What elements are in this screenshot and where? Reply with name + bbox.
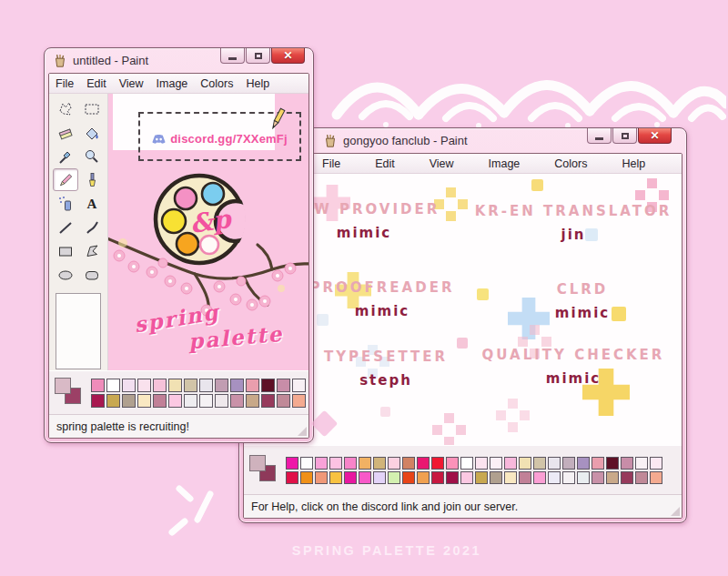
tool-select[interactable] xyxy=(79,97,105,120)
drawing-canvas[interactable]: &p discord.gg/7XXemFj xyxy=(108,94,308,370)
color-swatch[interactable] xyxy=(562,471,575,484)
tool-line[interactable] xyxy=(53,216,78,238)
color-swatch[interactable] xyxy=(417,471,430,484)
color-swatch[interactable] xyxy=(106,394,120,408)
tool-pencil[interactable] xyxy=(53,168,78,191)
color-swatch[interactable] xyxy=(475,457,488,470)
color-swatch[interactable] xyxy=(431,457,444,470)
color-swatch[interactable] xyxy=(504,457,517,470)
color-swatch[interactable] xyxy=(215,379,228,392)
color-swatch[interactable] xyxy=(344,457,357,470)
color-swatch[interactable] xyxy=(621,471,633,484)
color-swatch[interactable] xyxy=(199,379,213,392)
menu-help[interactable]: Help xyxy=(620,156,647,172)
color-indicator[interactable] xyxy=(248,453,280,488)
color-swatch[interactable] xyxy=(402,457,415,470)
color-swatch[interactable] xyxy=(548,471,561,484)
color-swatch[interactable] xyxy=(548,457,561,470)
color-swatch[interactable] xyxy=(373,457,386,470)
color-swatch[interactable] xyxy=(168,379,182,392)
color-swatch[interactable] xyxy=(137,394,151,408)
color-swatch[interactable] xyxy=(519,471,531,484)
menu-file[interactable]: File xyxy=(49,76,80,92)
color-swatch[interactable] xyxy=(635,471,648,484)
color-swatch[interactable] xyxy=(577,471,590,484)
color-swatch[interactable] xyxy=(490,471,502,484)
maximize-button[interactable] xyxy=(612,128,637,144)
close-button[interactable]: ✕ xyxy=(638,128,672,144)
color-swatch[interactable] xyxy=(122,394,136,408)
menu-view[interactable]: View xyxy=(428,156,456,172)
tool-text[interactable]: A xyxy=(79,192,105,215)
color-indicator[interactable] xyxy=(53,376,86,410)
menu-image[interactable]: Image xyxy=(150,76,195,92)
close-button[interactable]: ✕ xyxy=(271,48,305,64)
color-swatch[interactable] xyxy=(277,394,290,408)
resize-grip[interactable] xyxy=(298,427,307,436)
tool-polygon[interactable] xyxy=(79,239,105,262)
color-swatch[interactable] xyxy=(246,379,259,392)
tool-free-form-select[interactable] xyxy=(53,97,78,120)
color-swatch[interactable] xyxy=(199,394,213,408)
color-swatch[interactable] xyxy=(431,471,444,484)
menu-file[interactable]: File xyxy=(320,156,342,172)
color-swatch[interactable] xyxy=(446,471,459,484)
color-swatch[interactable] xyxy=(446,457,459,470)
tool-pick-color[interactable] xyxy=(53,145,78,167)
resize-grip[interactable] xyxy=(671,507,680,516)
title-bar[interactable]: untitled - Paint ✕ xyxy=(48,48,309,73)
color-swatch[interactable] xyxy=(460,457,473,470)
color-swatch[interactable] xyxy=(388,471,400,484)
tool-curve[interactable] xyxy=(79,216,105,238)
color-swatch[interactable] xyxy=(168,394,182,408)
tool-fill-with-color[interactable] xyxy=(79,121,105,144)
color-swatch[interactable] xyxy=(577,457,590,470)
color-swatch[interactable] xyxy=(300,471,313,484)
color-swatch[interactable] xyxy=(344,471,357,484)
color-swatch[interactable] xyxy=(606,457,619,470)
color-swatch[interactable] xyxy=(277,379,290,392)
color-swatch[interactable] xyxy=(286,471,298,484)
color-swatch[interactable] xyxy=(292,394,306,408)
minimize-button[interactable] xyxy=(220,48,245,64)
tool-rounded-rectangle[interactable] xyxy=(79,263,105,286)
color-swatch[interactable] xyxy=(315,471,328,484)
tool-options-box[interactable] xyxy=(56,293,101,369)
color-swatch[interactable] xyxy=(635,457,648,470)
menu-image[interactable]: Image xyxy=(487,156,522,172)
color-swatch[interactable] xyxy=(106,379,120,392)
color-swatch[interactable] xyxy=(650,471,662,484)
tool-airbrush[interactable] xyxy=(53,192,78,215)
color-swatch[interactable] xyxy=(359,471,371,484)
color-swatch[interactable] xyxy=(153,394,167,408)
color-swatch[interactable] xyxy=(650,457,662,470)
color-swatch[interactable] xyxy=(533,457,546,470)
color-swatch[interactable] xyxy=(184,394,197,408)
discord-link[interactable]: discord.gg/7XXemFj xyxy=(170,132,288,146)
color-swatch[interactable] xyxy=(402,471,415,484)
maximize-button[interactable] xyxy=(246,48,270,64)
color-swatch[interactable] xyxy=(215,394,228,408)
tool-ellipse[interactable] xyxy=(53,263,78,286)
color-swatch[interactable] xyxy=(329,471,342,484)
menu-view[interactable]: View xyxy=(113,76,150,92)
color-swatch[interactable] xyxy=(373,471,386,484)
color-swatch[interactable] xyxy=(230,379,244,392)
tool-eraser[interactable] xyxy=(53,121,78,144)
color-swatch[interactable] xyxy=(91,394,105,408)
color-swatch[interactable] xyxy=(300,457,313,470)
color-swatch[interactable] xyxy=(286,457,298,470)
color-swatch[interactable] xyxy=(122,379,136,392)
color-swatch[interactable] xyxy=(91,379,105,392)
menu-colors[interactable]: Colors xyxy=(194,76,239,92)
color-swatch[interactable] xyxy=(359,457,371,470)
color-swatch[interactable] xyxy=(519,457,531,470)
color-swatch[interactable] xyxy=(184,379,197,392)
tool-magnifier[interactable] xyxy=(79,145,105,167)
color-swatch[interactable] xyxy=(261,394,275,408)
tool-brush[interactable] xyxy=(79,168,105,191)
menu-edit[interactable]: Edit xyxy=(80,76,113,92)
color-swatch[interactable] xyxy=(592,457,604,470)
color-swatch[interactable] xyxy=(292,379,306,392)
color-swatch[interactable] xyxy=(504,471,517,484)
